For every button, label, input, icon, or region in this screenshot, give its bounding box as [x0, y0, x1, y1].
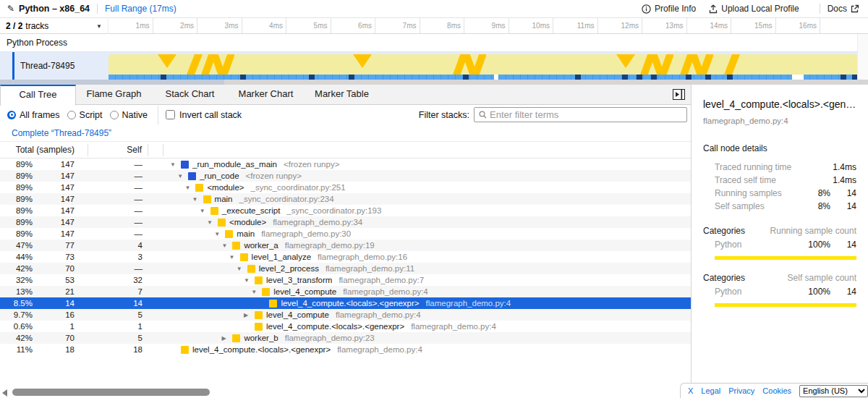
- footer-link-x[interactable]: X: [688, 386, 693, 395]
- sidebar-toggle-button[interactable]: [673, 89, 685, 100]
- category-bar: [715, 303, 856, 307]
- profile-info-button[interactable]: Profile Info: [642, 4, 696, 14]
- column-header-total[interactable]: Total (samples): [0, 144, 88, 156]
- selected-track-accent: [12, 52, 14, 80]
- category-percent: 100%: [801, 240, 830, 250]
- edit-name-icon[interactable]: ✎: [7, 4, 14, 14]
- tab-flame-graph[interactable]: Flame Graph: [76, 85, 152, 105]
- footer-link-cookies[interactable]: Cookies: [762, 386, 791, 395]
- sample-marker: [651, 75, 657, 80]
- upload-profile-button[interactable]: Upload Local Profile: [709, 4, 799, 14]
- function-location: flamegraph_demo.py:11: [326, 264, 414, 273]
- function-location: <frozen runpy>: [246, 172, 302, 180]
- total-samples: 18: [33, 344, 88, 355]
- table-row[interactable]: 89%147—▼<module>_sync_coordinator.py:251: [0, 182, 691, 193]
- table-row[interactable]: 89%147—▼_run_code<frozen runpy>: [0, 170, 691, 182]
- table-row[interactable]: 0.6%11level_4_compute.<locals>.<genexpr>…: [0, 321, 691, 332]
- category-value: 14: [830, 240, 856, 250]
- collapse-arrow-icon[interactable]: ▼: [183, 185, 195, 191]
- scroll-left-arrow-icon[interactable]: [2, 389, 7, 397]
- total-samples: 147: [33, 193, 88, 205]
- cell-total: 0.6%1: [0, 321, 88, 332]
- timeline-tick: 5ms: [286, 18, 331, 33]
- radio-native[interactable]: [110, 111, 119, 119]
- radio-all-frames[interactable]: [7, 111, 16, 119]
- radio-script[interactable]: [67, 111, 76, 119]
- cell-icon: [148, 216, 163, 228]
- table-row[interactable]: 89%147—▼<module>flamegraph_demo.py:34: [0, 216, 691, 228]
- table-row[interactable]: 89%147—▼_execute_script_sync_coordinator…: [0, 205, 691, 216]
- full-range-link[interactable]: Full Range (17ms): [105, 4, 176, 14]
- sidebar-function-location: flamegraph_demo.py:4: [703, 117, 856, 125]
- breadcrumb-thread-link[interactable]: Complete “Thread-78495”: [12, 128, 111, 138]
- category-square-icon: [255, 276, 263, 284]
- cell-self: 14: [88, 297, 148, 309]
- timeline-scrollbar-thumb[interactable]: [0, 80, 224, 85]
- total-samples: 147: [33, 170, 88, 182]
- collapse-arrow-icon[interactable]: ▼: [235, 266, 247, 272]
- cell-total: 47%77: [0, 240, 88, 251]
- collapse-arrow-icon[interactable]: ▼: [169, 161, 181, 168]
- cell-icon: [148, 182, 163, 193]
- sample-marker: [575, 75, 581, 80]
- frame-filter-radios: All framesScriptNative: [0, 110, 148, 120]
- expand-arrow-icon[interactable]: ▶: [242, 312, 255, 318]
- thread-track[interactable]: Thread-78495: [0, 52, 868, 80]
- collapse-arrow-icon[interactable]: ▼: [176, 173, 188, 179]
- cell-total: 9.7%16: [0, 309, 88, 321]
- collapse-arrow-icon[interactable]: ▼: [213, 231, 225, 237]
- table-row[interactable]: 32%5332▼level_3_transformflamegraph_demo…: [0, 274, 691, 286]
- detail-value: 1.4ms: [830, 175, 856, 185]
- table-row[interactable]: 42%70—▼level_2_processflamegraph_demo.py…: [0, 263, 691, 274]
- footer-link-privacy[interactable]: Privacy: [728, 386, 754, 395]
- detail-label: Self samples: [715, 201, 804, 211]
- cell-self: —: [88, 263, 148, 274]
- tab-stack-chart[interactable]: Stack Chart: [152, 85, 228, 105]
- language-select[interactable]: English (US): [799, 385, 868, 397]
- tab-marker-chart[interactable]: Marker Chart: [228, 85, 304, 105]
- timeline-tick: 16ms: [776, 18, 821, 33]
- call-node-details: Traced running time1.4msTraced self time…: [703, 161, 856, 213]
- expand-arrow-icon[interactable]: ▶: [220, 335, 232, 342]
- thread-activity-graph[interactable]: [109, 52, 857, 80]
- collapse-arrow-icon[interactable]: ▼: [242, 277, 255, 284]
- table-row[interactable]: 44%733▼level_1_analyzeflamegraph_demo.py…: [0, 251, 691, 263]
- collapse-arrow-icon[interactable]: ▼: [191, 196, 203, 203]
- cell-self: 5: [88, 332, 148, 344]
- collapse-arrow-icon[interactable]: ▼: [220, 242, 232, 249]
- table-row[interactable]: 47%774▼worker_aflamegraph_demo.py:19: [0, 240, 691, 251]
- table-row[interactable]: 89%147—▼_run_module_as_main<frozen runpy…: [0, 158, 691, 170]
- column-header-self[interactable]: Self: [88, 144, 148, 156]
- filter-stacks-input[interactable]: [490, 109, 686, 120]
- table-row[interactable]: 13%217▼level_4_computeflamegraph_demo.py…: [0, 286, 691, 297]
- tracks-scrollbar[interactable]: [857, 34, 868, 80]
- collapse-arrow-icon[interactable]: ▼: [205, 219, 218, 226]
- table-row[interactable]: 8.5%1414level_4_compute.<locals>.<genexp…: [0, 297, 691, 309]
- timeline-header: 2 / 2 tracks ▼ 1ms2ms3ms4ms5ms6ms7ms8ms9…: [0, 18, 868, 34]
- tracks-label: tracks: [25, 21, 48, 31]
- collapse-arrow-icon[interactable]: ▼: [198, 208, 210, 214]
- function-location: flamegraph_demo.py:4: [336, 310, 421, 319]
- divider: [820, 4, 820, 14]
- tab-marker-table[interactable]: Marker Table: [304, 85, 380, 105]
- tracks-dropdown[interactable]: 2 / 2 tracks ▼: [0, 18, 109, 34]
- docs-button[interactable]: Docs: [827, 4, 859, 14]
- timeline-scrollbar[interactable]: [0, 80, 868, 85]
- table-row[interactable]: 89%147—▼mainflamegraph_demo.py:30: [0, 228, 691, 240]
- horizontal-scrollbar-thumb[interactable]: [12, 389, 210, 396]
- table-row[interactable]: 89%147—▼main_sync_coordinator.py:234: [0, 193, 691, 205]
- table-row[interactable]: 9.7%165▶level_4_computeflamegraph_demo.p…: [0, 309, 691, 321]
- table-row[interactable]: 42%705▶worker_bflamegraph_demo.py:23: [0, 332, 691, 344]
- process-track-header[interactable]: Python Process: [0, 34, 868, 52]
- cell-self: —: [88, 228, 148, 240]
- detail-percent: 8%: [804, 188, 830, 198]
- table-row[interactable]: 11%1818level_4_compute.<locals>.<genexpr…: [0, 344, 691, 355]
- footer-link-legal[interactable]: Legal: [701, 386, 720, 395]
- collapse-arrow-icon[interactable]: ▼: [250, 289, 262, 295]
- cell-self: 1: [88, 321, 148, 332]
- tab-call-tree[interactable]: Call Tree: [0, 85, 76, 106]
- cell-icon: [148, 205, 163, 216]
- total-samples: 147: [33, 216, 88, 228]
- invert-call-stack-checkbox[interactable]: [166, 110, 175, 119]
- collapse-arrow-icon[interactable]: ▼: [228, 254, 240, 261]
